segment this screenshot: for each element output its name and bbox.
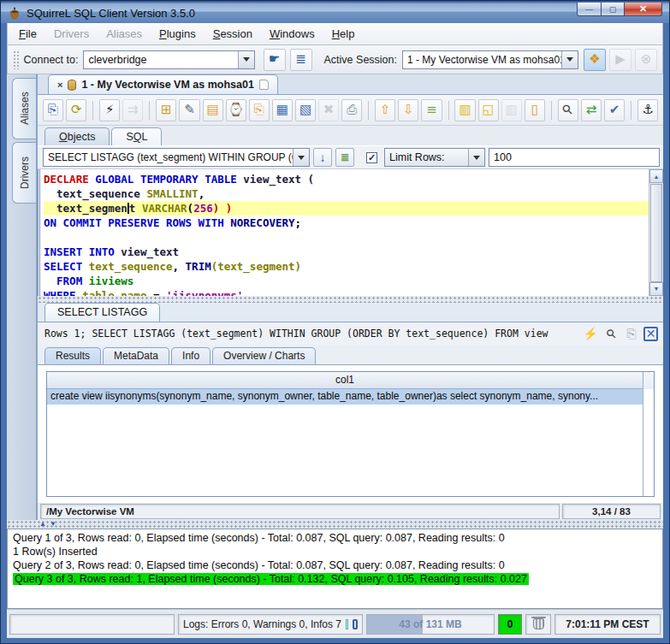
table-row[interactable]: create view iisynonyms(synonym_name, syn… (47, 389, 643, 405)
menu-help[interactable]: Help (324, 25, 363, 43)
logs-status-text: Logs: Errors 0, Warnings 0, Infos 7 (183, 618, 341, 630)
show-connect-button[interactable]: ⎘ (43, 99, 63, 121)
plugin-button[interactable]: ⚓ (637, 99, 658, 121)
side-tab-drivers[interactable]: Drivers (12, 142, 36, 204)
session-tab-row: × 1 - My Vectorwise VM as mohsa01 (38, 74, 663, 95)
clipboard-tab-button[interactable]: ▯ (525, 99, 545, 121)
result-main-tab[interactable]: SELECT LISTAGG (44, 303, 160, 322)
session-status-bar: /My Vectorwise VM 3,14 / 83 (38, 503, 663, 520)
caret-position: 3,14 / 83 (562, 504, 661, 519)
toolbar-separator (92, 101, 93, 120)
column-header[interactable]: col1 (47, 372, 643, 389)
combo-arrow[interactable] (561, 51, 578, 68)
detach-tab-button[interactable]: ◱ (478, 99, 499, 121)
new-result-tab-button[interactable]: ▥ (454, 99, 475, 121)
scroll-up-icon[interactable]: ▲ (649, 169, 663, 183)
result-tab-results[interactable]: Results (44, 347, 101, 364)
save-button[interactable]: ▦ (272, 99, 293, 121)
menu-windows[interactable]: Windows (262, 25, 323, 43)
close-file-button[interactable]: ✖ (318, 99, 339, 121)
run-session-button[interactable]: ▶ (609, 49, 631, 71)
toolbar-grip[interactable] (13, 50, 19, 69)
edit-sql-icon: ✎ (184, 103, 195, 116)
result-tab-metadata[interactable]: MetaData (103, 347, 169, 364)
scrollbar-thumb[interactable] (650, 184, 662, 282)
save-as-button[interactable]: ▧ (295, 99, 316, 121)
result-tab-overview-charts[interactable]: Overview / Charts (212, 347, 316, 364)
append-sql-button[interactable]: ↓ (313, 148, 332, 167)
session-commit-button[interactable]: ❖ (584, 49, 606, 71)
show-history-list-button[interactable]: ≣ (335, 148, 354, 167)
session-toolbar: ⎘⟳⚡⇉⊞✎▤⌚⎘▦▧✖⎙⇧⇩≡▥◱▥▯⚲⇄✔⚓ (38, 95, 663, 126)
close-button[interactable]: ✕ (625, 3, 662, 16)
tab-objects[interactable]: Objects (44, 127, 110, 145)
connect-alias-icon: ☛ (269, 53, 280, 66)
squirrel-logo-icon (8, 6, 21, 20)
run-sql-button[interactable]: ⚡ (99, 99, 120, 121)
tabs-icon: ▥ (506, 103, 518, 116)
sql-history-button[interactable]: ⌚ (226, 99, 246, 121)
edit-sql-button[interactable]: ✎ (179, 99, 199, 121)
limit-rows-input[interactable]: 100 (489, 148, 660, 167)
menu-aliases[interactable]: Aliases (98, 25, 150, 43)
logs-status-cell[interactable]: Logs: Errors 0, Warnings 0, Infos 7 (178, 614, 363, 635)
tab-sql[interactable]: SQL (111, 127, 162, 145)
alias-properties-button[interactable]: ≣ (290, 49, 312, 71)
find-button[interactable]: ⚲ (558, 99, 578, 121)
active-session-combobox[interactable]: 1 - My Vectorwise VM as mohsa01 (402, 50, 578, 69)
result-tab-info[interactable]: Info (171, 347, 210, 364)
clipboard-tab-icon: ▯ (531, 103, 538, 116)
menu-file[interactable]: File (11, 25, 44, 43)
docking-tab-strip: AliasesDrivers (7, 74, 36, 520)
menu-drivers[interactable]: Drivers (46, 25, 97, 43)
open-file-button[interactable]: ▤ (203, 99, 223, 121)
copy-result-button[interactable]: ⎘ (623, 325, 640, 342)
validate-icon: ✔ (609, 103, 620, 116)
copy-sql-button[interactable]: ⎘ (249, 99, 270, 121)
menu-session[interactable]: Session (205, 25, 260, 43)
combo-arrow[interactable] (293, 149, 309, 166)
validate-button[interactable]: ✔ (604, 99, 625, 121)
scroll-down-icon[interactable]: ▼ (649, 282, 663, 296)
commit-button[interactable]: ⇉ (122, 99, 143, 121)
editor-scrollbar[interactable]: ▲ ▼ (649, 169, 663, 296)
combo-arrow[interactable] (468, 149, 484, 166)
down-arrow-icon: ↓ (320, 151, 326, 164)
new-sql-button[interactable]: ⊞ (156, 99, 176, 121)
editor-result-splitter[interactable] (38, 296, 663, 303)
menu-plugins[interactable]: Plugins (151, 25, 204, 43)
side-tab-aliases[interactable]: Aliases (12, 78, 36, 139)
maximize-button[interactable]: ▢ (602, 3, 625, 16)
window-controls: — ▢ ✕ (577, 3, 662, 16)
limit-rows-checkbox[interactable]: ✓ (366, 152, 377, 163)
sql-history-combobox[interactable]: SELECT LISTAGG (text_segment) WITHIN GRO… (43, 148, 310, 167)
reformat-button[interactable]: ⇄ (581, 99, 602, 121)
close-session-button[interactable]: ⊗ (635, 49, 657, 71)
splitter-expand-icon[interactable]: ▼ (50, 521, 56, 528)
limit-rows-combobox[interactable]: Limit Rows: (384, 148, 485, 167)
format-sql-button[interactable]: ≡ (421, 99, 442, 121)
rerun-sql-button[interactable]: ⚡ (582, 325, 599, 342)
copy-sql-icon: ⎘ (254, 103, 264, 116)
message-splitter[interactable]: ▲ ▼ (7, 520, 663, 529)
session-tab[interactable]: × 1 - My Vectorwise VM as mohsa01 (48, 74, 278, 94)
move-up-button[interactable]: ⇧ (375, 99, 395, 121)
close-tab-icon[interactable]: × (57, 80, 62, 90)
editor-line: FROM iiviews (44, 274, 649, 288)
connect-alias-button[interactable]: ☛ (264, 49, 286, 71)
result-main-tab-row: SELECT LISTAGG (38, 303, 663, 322)
sql-editor[interactable]: DECLARE GLOBAL TEMPORARY TABLE view_text… (40, 169, 649, 296)
splitter-collapse-icon[interactable]: ▲ (39, 521, 46, 528)
chevron-down-icon (298, 156, 305, 160)
print-button[interactable]: ⎙ (341, 99, 362, 121)
log-viewer-icon[interactable] (353, 619, 358, 629)
garbage-collect-cell[interactable] (525, 614, 551, 635)
find-in-result-button[interactable]: ⚲ (602, 325, 620, 342)
refresh-button[interactable]: ⟳ (66, 99, 86, 121)
close-result-button[interactable]: ✕ (643, 327, 658, 341)
minimize-button[interactable]: — (577, 3, 602, 16)
connect-to-combobox[interactable]: cleverbridge (83, 50, 254, 69)
tabs-button[interactable]: ▥ (501, 99, 522, 121)
combo-arrow[interactable] (238, 51, 254, 68)
move-down-button[interactable]: ⇩ (398, 99, 418, 121)
